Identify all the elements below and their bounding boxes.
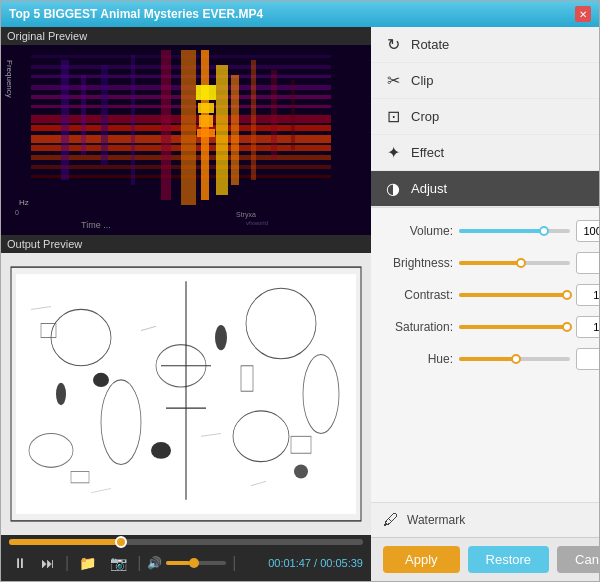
crop-icon: ⊡ xyxy=(383,107,403,126)
close-button[interactable]: ✕ xyxy=(575,6,591,22)
svg-rect-27 xyxy=(196,85,216,100)
svg-text:vfxworld: vfxworld xyxy=(246,220,268,226)
tool-item-crop[interactable]: ⊡ Crop xyxy=(371,99,599,135)
next-frame-button[interactable]: ⏭ xyxy=(37,553,59,573)
hue-input-wrap: ▲ ▼ xyxy=(576,348,599,370)
hue-slider-thumb[interactable] xyxy=(511,354,521,364)
rotate-icon: ↻ xyxy=(383,35,403,54)
tool-menu: ↻ Rotate ✂ Clip ⊡ Crop ✦ Effect ◑ Adju xyxy=(371,27,599,208)
time-display: 00:01:47 / 00:05:39 xyxy=(268,557,363,569)
bottom-bar: Apply Restore Cancel xyxy=(371,537,599,581)
adjust-row-hue: Hue: ▲ ▼ xyxy=(383,348,599,370)
contrast-slider-fill xyxy=(459,293,570,297)
volume-fill xyxy=(166,561,190,565)
saturation-slider-thumb[interactable] xyxy=(562,322,572,332)
svg-point-49 xyxy=(215,325,227,350)
svg-point-50 xyxy=(151,442,171,459)
camera-button[interactable]: 📷 xyxy=(106,553,131,573)
adjust-icon: ◑ xyxy=(383,179,403,198)
contrast-input-wrap: ▲ ▼ xyxy=(576,284,599,306)
clip-label: Clip xyxy=(411,73,433,88)
svg-rect-19 xyxy=(161,50,171,200)
volume-track[interactable] xyxy=(166,561,226,565)
contrast-slider-thumb[interactable] xyxy=(562,290,572,300)
svg-rect-25 xyxy=(271,70,277,160)
volume-thumb[interactable] xyxy=(189,558,199,568)
tool-item-adjust[interactable]: ◑ Adjust xyxy=(371,171,599,207)
svg-text:Time ...: Time ... xyxy=(81,220,111,230)
volume-slider-fill xyxy=(459,229,542,233)
restore-button[interactable]: Restore xyxy=(468,546,550,573)
divider-2: | xyxy=(137,554,141,572)
svg-text:Frequency: Frequency xyxy=(5,60,14,98)
svg-rect-30 xyxy=(197,129,215,137)
output-preview xyxy=(1,253,371,535)
adjust-label: Adjust xyxy=(411,181,447,196)
adjust-panel: Volume: ▲ ▼ Brightness: xyxy=(371,208,599,502)
svg-rect-18 xyxy=(131,55,135,185)
volume-input-wrap: ▲ ▼ xyxy=(576,220,599,242)
svg-rect-15 xyxy=(61,60,69,180)
svg-point-52 xyxy=(56,383,66,406)
total-time: 00:05:39 xyxy=(320,557,363,569)
adjust-row-contrast: Contrast: ▲ ▼ xyxy=(383,284,599,306)
scrubber-track[interactable] xyxy=(9,539,363,545)
window-title: Top 5 BIGGEST Animal Mysteries EVER.MP4 xyxy=(9,7,263,21)
time-separator: / xyxy=(314,557,317,569)
rotate-label: Rotate xyxy=(411,37,449,52)
svg-rect-20 xyxy=(181,50,196,205)
hue-slider[interactable] xyxy=(459,357,570,361)
spectrogram-visualization: 50 H Hz 0 Time ... Stryxa vfxworld Frequ… xyxy=(1,45,371,235)
current-time: 00:01:47 xyxy=(268,557,311,569)
watermark-label: Watermark xyxy=(407,513,465,527)
tool-item-clip[interactable]: ✂ Clip xyxy=(371,63,599,99)
saturation-input[interactable] xyxy=(577,321,599,333)
adjust-row-volume: Volume: ▲ ▼ xyxy=(383,220,599,242)
saturation-slider-fill xyxy=(459,325,570,329)
brightness-input[interactable] xyxy=(577,257,599,269)
saturation-slider[interactable] xyxy=(459,325,570,329)
volume-area: 🔊 xyxy=(147,556,226,570)
svg-rect-22 xyxy=(216,65,228,195)
output-visualization xyxy=(1,253,371,535)
brightness-slider[interactable] xyxy=(459,261,570,265)
crop-label: Crop xyxy=(411,109,439,124)
hue-slider-fill xyxy=(459,357,514,361)
svg-text:Stryxa: Stryxa xyxy=(236,211,256,219)
volume-input[interactable] xyxy=(577,225,599,237)
svg-text:0: 0 xyxy=(15,209,19,216)
tool-item-effect[interactable]: ✦ Effect xyxy=(371,135,599,171)
left-panel: Original Preview xyxy=(1,27,371,581)
watermark-section[interactable]: 🖊 Watermark xyxy=(371,502,599,537)
svg-rect-28 xyxy=(198,103,214,113)
clip-icon: ✂ xyxy=(383,71,403,90)
contrast-label: Contrast: xyxy=(383,288,453,302)
brightness-slider-thumb[interactable] xyxy=(516,258,526,268)
saturation-input-wrap: ▲ ▼ xyxy=(576,316,599,338)
adjust-row-saturation: Saturation: ▲ ▼ xyxy=(383,316,599,338)
svg-point-51 xyxy=(294,465,308,479)
divider-1: | xyxy=(65,554,69,572)
volume-slider-thumb[interactable] xyxy=(539,226,549,236)
watermark-icon: 🖊 xyxy=(383,511,399,529)
saturation-label: Saturation: xyxy=(383,320,453,334)
contrast-input[interactable] xyxy=(577,289,599,301)
tool-item-rotate[interactable]: ↻ Rotate xyxy=(371,27,599,63)
cancel-button[interactable]: Cancel xyxy=(557,546,599,573)
volume-icon: 🔊 xyxy=(147,556,162,570)
main-window: Top 5 BIGGEST Animal Mysteries EVER.MP4 … xyxy=(0,0,600,582)
scrubber-thumb[interactable] xyxy=(115,536,127,548)
output-preview-label: Output Preview xyxy=(1,235,371,253)
hue-input[interactable] xyxy=(577,353,599,365)
controls-row: ⏸ ⏭ | 📁 📷 | 🔊 | 00:01:47 xyxy=(9,549,363,577)
divider-3: | xyxy=(232,554,236,572)
contrast-slider[interactable] xyxy=(459,293,570,297)
play-pause-button[interactable]: ⏸ xyxy=(9,553,31,573)
scrubber-fill xyxy=(9,539,122,545)
brightness-input-wrap: ▲ ▼ xyxy=(576,252,599,274)
folder-button[interactable]: 📁 xyxy=(75,553,100,573)
apply-button[interactable]: Apply xyxy=(383,546,460,573)
svg-rect-16 xyxy=(81,75,86,155)
volume-slider[interactable] xyxy=(459,229,570,233)
svg-rect-23 xyxy=(231,75,239,185)
